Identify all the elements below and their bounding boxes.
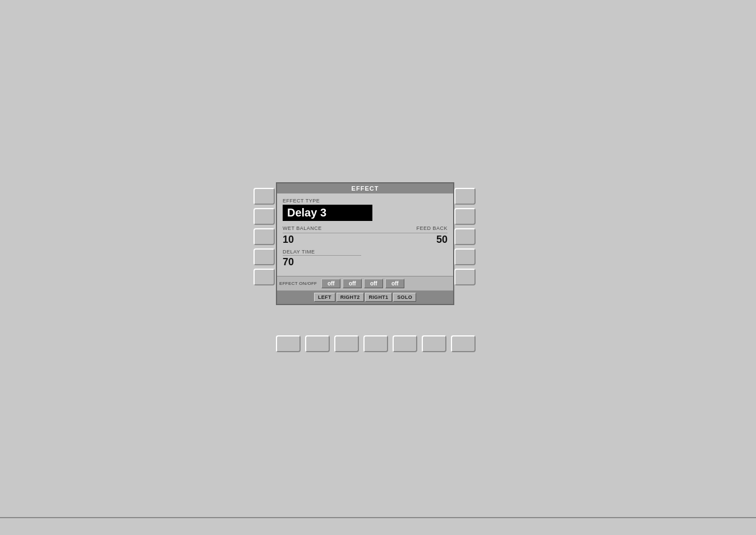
effect-onoff-btn-4[interactable]: off: [385, 279, 404, 288]
effect-onoff-label: EFFECT ON/OFF: [279, 281, 317, 286]
bottom-separator: [0, 517, 756, 518]
bottom-btn-2[interactable]: [305, 335, 330, 352]
tab-right2[interactable]: RIGHT2: [336, 293, 364, 302]
tab-right1[interactable]: RIGHT1: [365, 293, 393, 302]
left-side-btn-3[interactable]: [253, 228, 275, 245]
bottom-btn-6[interactable]: [422, 335, 446, 352]
tab-left[interactable]: LEFT: [314, 293, 335, 302]
effect-onoff-btn-1[interactable]: off: [321, 279, 340, 288]
bottom-btn-1[interactable]: [276, 335, 301, 352]
effect-type-value[interactable]: Delay 3: [283, 205, 372, 221]
effect-type-label: EFFECT TYPE: [283, 198, 448, 204]
effect-onoff-btn-2[interactable]: off: [343, 279, 362, 288]
effect-onoff-btn-3[interactable]: off: [364, 279, 383, 288]
panel-content: EFFECT TYPE Delay 3 WET BALANCE FEED BAC…: [277, 193, 453, 276]
effect-onoff-row: EFFECT ON/OFF off off off off: [277, 276, 453, 290]
bottom-btn-4[interactable]: [363, 335, 388, 352]
right-side-btn-2[interactable]: [454, 208, 476, 225]
delay-time-value: 70: [283, 257, 448, 267]
left-side-btn-5[interactable]: [253, 269, 275, 285]
delay-time-label: DELAY TIME: [283, 249, 448, 255]
left-side-btn-1[interactable]: [253, 188, 275, 205]
feed-back-label: FEED BACK: [416, 225, 448, 231]
bottom-btn-7[interactable]: [451, 335, 476, 352]
right-side-btn-3[interactable]: [454, 228, 476, 245]
tab-solo[interactable]: SOLO: [393, 293, 416, 302]
panel-title: EFFECT: [277, 183, 453, 193]
wet-balance-label: WET BALANCE: [283, 225, 322, 231]
bottom-btn-3[interactable]: [334, 335, 359, 352]
wet-balance-value: 10: [283, 234, 294, 245]
left-side-btn-4[interactable]: [253, 248, 275, 265]
left-side-btn-2[interactable]: [253, 208, 275, 225]
effect-panel: EFFECT EFFECT TYPE Delay 3 WET BALANCE F…: [276, 182, 454, 305]
bottom-button-group: [276, 335, 476, 352]
bottom-btn-5[interactable]: [393, 335, 417, 352]
right-button-group: [454, 188, 476, 285]
feed-back-value: 50: [436, 234, 448, 245]
main-container: EFFECT EFFECT TYPE Delay 3 WET BALANCE F…: [0, 0, 756, 535]
left-button-group: [253, 188, 275, 285]
tab-bar: LEFT RIGHT2 RIGHT1 SOLO: [277, 290, 453, 304]
right-side-btn-4[interactable]: [454, 248, 476, 265]
right-side-btn-1[interactable]: [454, 188, 476, 205]
right-side-btn-5[interactable]: [454, 269, 476, 285]
